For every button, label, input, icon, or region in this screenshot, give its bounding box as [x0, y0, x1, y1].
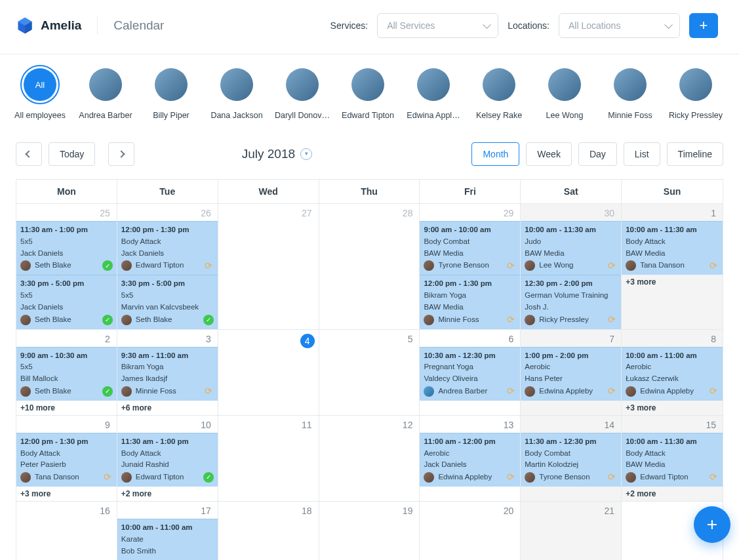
- more-events-link[interactable]: +3 more: [622, 401, 723, 415]
- event[interactable]: 9:00 am - 10:00 amBody CombatBAW MediaTy…: [420, 221, 520, 275]
- prev-button[interactable]: [16, 142, 42, 166]
- calendar-cell[interactable]: 1011:30 am - 1:00 pmBody AttackJunaid Ra…: [117, 416, 218, 502]
- calendar-cell[interactable]: 71:00 pm - 2:00 pmAerobicHans PeterEdwin…: [521, 330, 622, 416]
- calendar-cell[interactable]: 1411:30 am - 12:30 pmBody CombatMartin K…: [521, 416, 622, 502]
- weekday-header: Mon: [16, 180, 117, 204]
- services-select[interactable]: All Services: [377, 13, 498, 38]
- event[interactable]: 10:00 am - 11:00 amKarateBob Smith: [117, 519, 218, 560]
- event[interactable]: 11:30 am - 1:00 pmBody AttackJunaid Rash…: [117, 433, 218, 487]
- calendar-cell[interactable]: 2511:30 am - 1:00 pm5x5Jack DanielsSeth …: [16, 204, 117, 330]
- employee-avatar-icon: [121, 386, 132, 397]
- calendar-cell[interactable]: 1710:00 am - 11:00 amKarateBob Smith: [117, 502, 218, 560]
- day-number: 2: [105, 334, 110, 344]
- event-employee-row: Tyrone Benson: [525, 471, 617, 483]
- view-tab-week[interactable]: Week: [526, 142, 572, 166]
- employee-avatar-icon: [525, 315, 535, 325]
- employee-6[interactable]: Edwina Appl…: [409, 65, 458, 120]
- view-tab-list[interactable]: List: [624, 142, 660, 166]
- employee-7[interactable]: Kelsey Rake: [475, 65, 523, 120]
- view-tab-timeline[interactable]: Timeline: [667, 142, 723, 166]
- event[interactable]: 10:00 am - 11:30 amBody AttackBAW MediaT…: [622, 221, 723, 275]
- employee-3[interactable]: Dana Jackson: [212, 65, 261, 120]
- more-events-link[interactable]: +3 more: [622, 275, 723, 289]
- calendar-cell[interactable]: 39:30 am - 11:00 amBikram YogaJames Ikad…: [117, 330, 218, 416]
- calendar-cell[interactable]: 20: [420, 502, 521, 560]
- calendar-cell[interactable]: 4: [218, 330, 319, 416]
- calendar-cell[interactable]: 110:00 am - 11:30 amBody AttackBAW Media…: [622, 204, 723, 330]
- day-number: 19: [403, 506, 413, 516]
- calendar-cell[interactable]: 19: [319, 502, 420, 560]
- locations-select[interactable]: All Locations: [559, 13, 680, 38]
- event-employee: Minnie Foss: [136, 386, 176, 397]
- calendar-cell[interactable]: 11: [218, 416, 319, 502]
- calendar-cell[interactable]: 16: [16, 502, 117, 560]
- calendar-cell[interactable]: 912:00 pm - 1:30 pmBody AttackPeter Pasi…: [16, 416, 117, 502]
- calendar-cell[interactable]: 610:30 am - 12:30 pmPregnant YogaValdecy…: [420, 330, 521, 416]
- event-time: 3:30 pm - 5:00 pm: [20, 278, 113, 290]
- event[interactable]: 10:00 am - 11:30 amJudoBAW MediaLee Wong: [521, 221, 621, 275]
- event[interactable]: 10:30 am - 12:30 pmPregnant YogaValdecy …: [420, 347, 520, 401]
- event-customer: Junaid Rashid: [121, 459, 214, 471]
- employee-0[interactable]: AllAll employees: [16, 65, 64, 120]
- fab-add-button[interactable]: [694, 506, 730, 543]
- employee-5[interactable]: Edward Tipton: [344, 65, 392, 120]
- event-service: Karate: [121, 534, 214, 546]
- month-label[interactable]: July 2018: [108, 147, 445, 161]
- event-employee-row: Edward Tipton✓: [121, 471, 214, 483]
- calendar-cell[interactable]: 27: [218, 204, 319, 330]
- event[interactable]: 9:30 am - 11:00 amBikram YogaJames Ikads…: [117, 347, 218, 401]
- calendar-cell[interactable]: 1510:00 am - 11:30 amBody AttackBAW Medi…: [622, 416, 723, 502]
- calendar-cell[interactable]: 1311:00 am - 12:00 pmAerobicJack Daniels…: [420, 416, 521, 502]
- event[interactable]: 12:00 pm - 1:30 pmBody AttackJack Daniel…: [117, 221, 218, 275]
- chevron-left-icon: [25, 150, 32, 157]
- event[interactable]: 11:30 am - 1:00 pm5x5Jack DanielsSeth Bl…: [16, 221, 117, 275]
- day-number: 26: [201, 208, 211, 218]
- view-tab-month[interactable]: Month: [471, 142, 519, 166]
- month-text: July 2018: [242, 147, 295, 161]
- calendar-cell[interactable]: 3010:00 am - 11:30 amJudoBAW MediaLee Wo…: [521, 204, 622, 330]
- today-button[interactable]: Today: [49, 142, 95, 166]
- event[interactable]: 10:00 am - 11:00 amAerobicŁukasz Czerwik…: [622, 347, 723, 401]
- employee-2[interactable]: Billy Piper: [147, 65, 195, 120]
- more-events-link[interactable]: +3 more: [16, 487, 117, 501]
- employee-1[interactable]: Andrea Barber: [81, 65, 130, 120]
- event[interactable]: 3:30 pm - 5:00 pm5x5Jack DanielsSeth Bla…: [16, 275, 117, 329]
- day-number: 13: [504, 420, 514, 430]
- add-button[interactable]: [689, 13, 718, 38]
- employee-10[interactable]: Ricky Pressley: [671, 65, 720, 120]
- calendar-cell[interactable]: 29:00 am - 10:30 am5x5Bill MallockSeth B…: [16, 330, 117, 416]
- event[interactable]: 12:30 pm - 2:00 pmGerman Volume Training…: [521, 275, 621, 329]
- event[interactable]: 12:00 pm - 1:30 pmBody AttackPeter Pasie…: [16, 433, 117, 487]
- employee-4[interactable]: Daryll Donov…: [278, 65, 327, 120]
- more-events-link[interactable]: +2 more: [622, 487, 723, 501]
- event[interactable]: 11:30 am - 12:30 pmBody CombatMartin Kol…: [521, 433, 621, 487]
- calendar-cell[interactable]: 810:00 am - 11:00 amAerobicŁukasz Czerwi…: [622, 330, 723, 416]
- event[interactable]: 3:30 pm - 5:00 pm5x5Marvin van Kalcvsbee…: [117, 275, 218, 329]
- event[interactable]: 9:00 am - 10:30 am5x5Bill MallockSeth Bl…: [16, 347, 117, 401]
- calendar-cell[interactable]: 12: [319, 416, 420, 502]
- event[interactable]: 12:00 pm - 1:30 pmBikram YogaBAW MediaMi…: [420, 275, 520, 329]
- calendar-cell[interactable]: 18: [218, 502, 319, 560]
- event-service: Body Attack: [626, 236, 719, 248]
- employee-avatar: [614, 68, 647, 101]
- day-number: 16: [100, 506, 110, 516]
- pending-icon: [506, 472, 516, 483]
- more-events-link[interactable]: +2 more: [117, 487, 218, 501]
- event-customer: Valdecy Oliveira: [424, 373, 516, 385]
- event[interactable]: 1:00 pm - 2:00 pmAerobicHans PeterEdwina…: [521, 347, 621, 401]
- employee-8[interactable]: Lee Wong: [540, 65, 589, 120]
- more-events-link[interactable]: +6 more: [117, 401, 218, 415]
- calendar-cell[interactable]: 2612:00 pm - 1:30 pmBody AttackJack Dani…: [117, 204, 218, 330]
- employee-9[interactable]: Minnie Foss: [606, 65, 654, 120]
- calendar-cell[interactable]: 28: [319, 204, 420, 330]
- more-events-link[interactable]: +10 more: [16, 401, 117, 415]
- calendar-cell[interactable]: 21: [521, 502, 622, 560]
- calendar-cell[interactable]: 5: [319, 330, 420, 416]
- day-number: 18: [302, 506, 312, 516]
- calendar-cell[interactable]: 299:00 am - 10:00 amBody CombatBAW Media…: [420, 204, 521, 330]
- event-service: German Volume Training: [525, 290, 617, 302]
- event-employee: Tana Danson: [640, 260, 685, 271]
- event[interactable]: 11:00 am - 12:00 pmAerobicJack DanielsEd…: [420, 433, 520, 487]
- event[interactable]: 10:00 am - 11:30 amBody AttackBAW MediaE…: [622, 433, 723, 487]
- view-tab-day[interactable]: Day: [578, 142, 617, 166]
